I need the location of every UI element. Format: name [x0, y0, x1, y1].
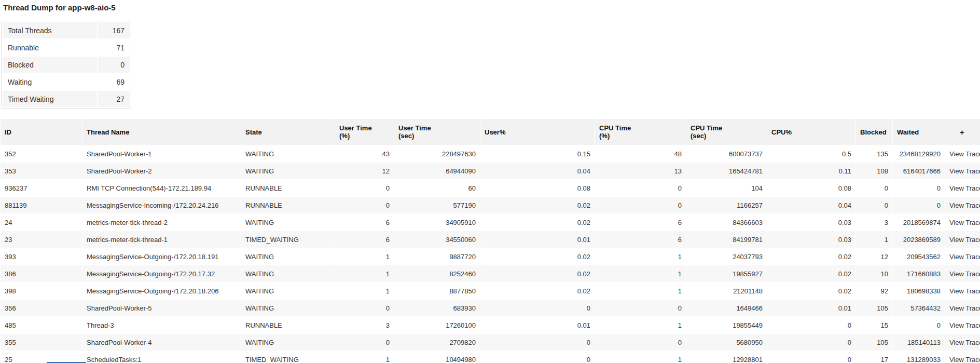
- cell-thread-name: MessagingService-Incoming-/172.20.24.216: [82, 197, 241, 213]
- thread-row: 881139MessagingService-Incoming-/172.20.…: [1, 197, 980, 213]
- view-trace-link[interactable]: View Trace: [949, 321, 980, 329]
- summary-row: Timed Waiting27: [3, 91, 130, 107]
- col-header-cpu-pct[interactable]: CPU%: [767, 119, 855, 145]
- add-column-button[interactable]: +: [945, 119, 980, 145]
- view-trace-link[interactable]: View Trace: [949, 253, 980, 261]
- view-trace-link[interactable]: View Trace: [949, 356, 980, 363]
- cell-user-time-pct: 12: [335, 163, 394, 179]
- cell-cpu-pct: 0.03: [767, 214, 855, 231]
- col-header-waited[interactable]: Waited: [893, 119, 945, 145]
- thread-row: 398MessagingService-Outgoing-/172.20.18.…: [1, 283, 980, 299]
- cell-cpu-time-pct: 1: [595, 248, 686, 265]
- cell-cpu-time-pct: 13: [595, 163, 686, 179]
- cell-blocked: 15: [856, 317, 892, 333]
- cell-state: WAITING: [241, 145, 335, 162]
- cell-thread-name: SharedPool-Worker-4: [82, 334, 241, 351]
- cell-user-time-sec: 34550060: [394, 231, 480, 248]
- cell-cpu-time-sec: 1649466: [686, 300, 767, 316]
- cell-user-pct: 0.01: [480, 231, 595, 248]
- thread-row: 25ScheduledTasks:1TIMED_WAITING110494980…: [1, 351, 980, 363]
- summary-value: 167: [98, 22, 130, 38]
- cell-id: 352: [1, 145, 82, 162]
- cell-cpu-pct: 0: [767, 351, 855, 363]
- cell-view-trace: View Trace: [945, 351, 980, 363]
- cell-view-trace: View Trace: [945, 214, 980, 231]
- cell-user-pct: 0.08: [480, 180, 595, 196]
- view-trace-link[interactable]: View Trace: [949, 201, 980, 209]
- cell-cpu-time-sec: 1166257: [686, 197, 767, 213]
- cell-cpu-time-pct: 1: [595, 351, 686, 363]
- cell-user-time-pct: 3: [335, 317, 394, 333]
- summary-label: Waiting: [3, 74, 97, 90]
- view-trace-link[interactable]: View Trace: [949, 287, 980, 295]
- cell-cpu-time-sec: 12928801: [686, 351, 767, 363]
- cell-waited: 2018569874: [893, 214, 945, 231]
- cell-user-time-pct: 43: [335, 145, 394, 162]
- cell-blocked: 0: [856, 197, 892, 213]
- cell-cpu-time-pct: 0: [595, 300, 686, 316]
- cell-blocked: 12: [856, 248, 892, 265]
- view-trace-link[interactable]: View Trace: [949, 167, 980, 175]
- view-trace-link[interactable]: View Trace: [949, 339, 980, 346]
- cell-id: 393: [1, 248, 82, 265]
- col-header-cpu-time-pct[interactable]: CPU Time (%): [595, 119, 686, 145]
- cell-id: 23: [1, 231, 82, 248]
- col-header-thread-name[interactable]: Thread Name: [82, 119, 241, 145]
- summary-row: Runnable71: [3, 39, 130, 56]
- cell-view-trace: View Trace: [945, 163, 980, 179]
- cell-cpu-time-sec: 84199781: [686, 231, 767, 248]
- view-trace-link[interactable]: View Trace: [949, 219, 980, 226]
- cell-cpu-pct: 0.04: [767, 197, 855, 213]
- col-header-user-pct[interactable]: User%: [480, 119, 595, 145]
- cell-cpu-pct: 0.01: [767, 300, 855, 316]
- cell-thread-name: SharedPool-Worker-5: [82, 300, 241, 316]
- cell-waited: 6164017666: [893, 163, 945, 179]
- col-header-state[interactable]: State: [241, 119, 335, 145]
- col-header-cpu-time-sec[interactable]: CPU Time (sec): [686, 119, 767, 145]
- cell-state: TIMED_WAITING: [241, 231, 335, 248]
- cell-thread-name: SharedPool-Worker-2: [82, 163, 241, 179]
- cell-id: 356: [1, 300, 82, 316]
- cell-waited: 185140113: [893, 334, 945, 351]
- cell-user-time-sec: 17260100: [394, 317, 480, 333]
- cell-state: WAITING: [241, 334, 335, 351]
- cell-user-pct: 0.02: [480, 197, 595, 213]
- cell-id: 25: [1, 351, 82, 363]
- col-header-user-time-pct[interactable]: User Time (%): [335, 119, 394, 145]
- cell-blocked: 0: [856, 180, 892, 196]
- cell-cpu-time-sec: 19855449: [686, 317, 767, 333]
- thread-table: IDThread NameStateUser Time (%)User Time…: [0, 118, 980, 363]
- view-trace-link[interactable]: View Trace: [949, 270, 980, 278]
- col-header-id[interactable]: ID: [1, 119, 82, 145]
- cell-user-time-sec: 2709820: [394, 334, 480, 351]
- view-trace-link[interactable]: View Trace: [949, 184, 980, 192]
- cell-user-time-pct: 1: [335, 283, 394, 299]
- col-header-user-time-sec[interactable]: User Time (sec): [394, 119, 480, 145]
- cell-waited: 131289033: [893, 351, 945, 363]
- view-trace-link[interactable]: View Trace: [949, 150, 980, 158]
- view-trace-link[interactable]: View Trace: [949, 236, 980, 244]
- summary-label: Timed Waiting: [3, 91, 97, 107]
- cell-view-trace: View Trace: [945, 248, 980, 265]
- cell-user-time-pct: 1: [335, 265, 394, 282]
- cell-user-time-pct: 6: [335, 231, 394, 248]
- cell-user-pct: 0.02: [480, 265, 595, 282]
- cell-waited: 180698338: [893, 283, 945, 299]
- summary-table: Total Threads167Runnable71Blocked0Waitin…: [1, 21, 131, 109]
- cell-blocked: 105: [856, 334, 892, 351]
- cell-cpu-time-sec: 104: [686, 180, 767, 196]
- cell-cpu-time-sec: 165424781: [686, 163, 767, 179]
- cell-id: 485: [1, 317, 82, 333]
- cell-id: 386: [1, 265, 82, 282]
- summary-value: 27: [98, 91, 130, 107]
- cell-user-time-pct: 0: [335, 334, 394, 351]
- view-trace-link[interactable]: View Trace: [949, 304, 980, 312]
- cell-state: TIMED_WAITING: [241, 351, 335, 363]
- col-header-blocked[interactable]: Blocked: [856, 119, 892, 145]
- cell-cpu-pct: 0.11: [767, 163, 855, 179]
- cell-user-time-pct: 6: [335, 214, 394, 231]
- cell-cpu-time-sec: 84366603: [686, 214, 767, 231]
- cell-user-time-sec: 9887720: [394, 248, 480, 265]
- cell-user-pct: 0: [480, 351, 595, 363]
- summary-label: Runnable: [3, 39, 97, 56]
